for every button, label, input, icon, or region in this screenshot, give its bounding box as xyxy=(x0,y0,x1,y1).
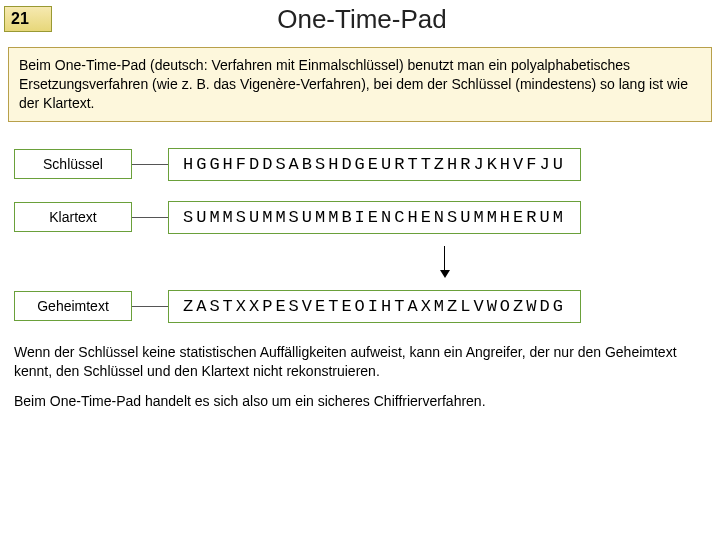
row-key: Schlüssel HGGHFDDSABSHDGEURTTZHRJKHVFJU xyxy=(14,148,706,181)
connector-line xyxy=(132,217,168,218)
row-plaintext: Klartext SUMMSUMMSUMMBIENCHENSUMMHERUM xyxy=(14,201,706,234)
label-plaintext: Klartext xyxy=(14,202,132,232)
arrow-down xyxy=(14,246,706,280)
slide-header: 21 One-Time-Pad xyxy=(0,0,720,35)
value-plaintext: SUMMSUMMSUMMBIENCHENSUMMHERUM xyxy=(168,201,581,234)
paragraph-security: Wenn der Schlüssel keine statistischen A… xyxy=(14,343,706,381)
arrow-head-icon xyxy=(440,270,450,278)
label-key: Schlüssel xyxy=(14,149,132,179)
intro-box: Beim One-Time-Pad (deutsch: Verfahren mi… xyxy=(8,47,712,122)
value-ciphertext: ZASTXXPESVETEOIHTAXMZLVWOZWDG xyxy=(168,290,581,323)
label-ciphertext: Geheimtext xyxy=(14,291,132,321)
connector-line xyxy=(132,306,168,307)
slide-title: One-Time-Pad xyxy=(52,0,720,35)
paragraph-conclusion: Beim One-Time-Pad handelt es sich also u… xyxy=(14,392,706,411)
cipher-rows: Schlüssel HGGHFDDSABSHDGEURTTZHRJKHVFJU … xyxy=(14,148,706,323)
row-ciphertext: Geheimtext ZASTXXPESVETEOIHTAXMZLVWOZWDG xyxy=(14,290,706,323)
value-key: HGGHFDDSABSHDGEURTTZHRJKHVFJU xyxy=(168,148,581,181)
connector-line xyxy=(132,164,168,165)
arrow-line xyxy=(444,246,445,272)
slide-number: 21 xyxy=(4,6,52,32)
